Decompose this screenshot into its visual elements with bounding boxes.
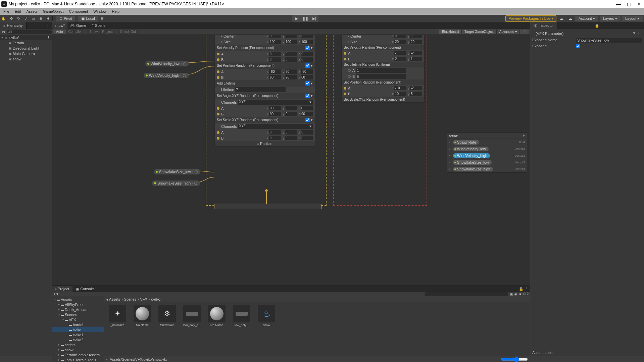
- input-port[interactable]: [217, 58, 219, 61]
- project-asset[interactable]: ♨ snow: [256, 305, 277, 327]
- field-y[interactable]: [285, 112, 297, 116]
- blackboard-button[interactable]: Blackboard: [439, 30, 461, 34]
- block-header[interactable]: Add Lifetime▾: [215, 80, 315, 87]
- collab-icon[interactable]: ☁: [558, 15, 565, 22]
- blackboard-item[interactable]: › SpawnRate float: [447, 139, 527, 146]
- menu-gameobject[interactable]: GameObject: [40, 9, 66, 13]
- input-port[interactable]: [344, 87, 346, 90]
- blackboard-item[interactable]: › SnowflakeSize_high Vector3: [447, 166, 527, 172]
- blackboard-item[interactable]: › SnowflakeSize_low Vector3: [447, 159, 527, 166]
- input-port[interactable]: [217, 53, 219, 55]
- project-folder[interactable]: ▸▬scripts: [52, 342, 104, 347]
- hidden-icon[interactable]: ∅2: [523, 292, 529, 296]
- close-icon[interactable]: ✕: [637, 1, 641, 7]
- hierarchy-item[interactable]: ▣Directional Light: [0, 46, 52, 51]
- menu-edit[interactable]: Edit: [12, 9, 24, 13]
- node-output-port[interactable]: [265, 189, 268, 192]
- auto-save-button[interactable]: Auto: [53, 30, 66, 34]
- project-asset[interactable]: ❄ Snowflake: [156, 305, 178, 327]
- hierarchy-item[interactable]: ▣Terrain: [0, 40, 52, 46]
- input-port[interactable]: [217, 70, 219, 73]
- menu-help[interactable]: Help: [109, 9, 122, 13]
- field-y[interactable]: [410, 92, 422, 96]
- field-z[interactable]: [301, 106, 313, 110]
- menu-assets[interactable]: Assets: [24, 9, 40, 13]
- blackboard-add-icon[interactable]: +: [523, 134, 525, 138]
- hierarchy-item[interactable]: ▣snow: [0, 56, 52, 62]
- project-folder[interactable]: ▬cviko1: [52, 332, 104, 337]
- snap-icon[interactable]: ⊞: [98, 15, 106, 22]
- hierarchy-scene[interactable]: ▾◈cviko* ⋮: [0, 35, 52, 40]
- field-z[interactable]: [301, 69, 313, 74]
- tab-game[interactable]: 🎮 Game: [67, 22, 89, 29]
- field-y[interactable]: [285, 136, 297, 140]
- input-port[interactable]: [344, 52, 346, 55]
- channels-dropdown[interactable]: XYZ ▾: [238, 124, 313, 129]
- field-y[interactable]: [410, 86, 422, 90]
- field-y[interactable]: [285, 57, 297, 62]
- blackboard-item[interactable]: › WindVelocity_low Vector3: [447, 146, 527, 152]
- thumbnail-size-slider[interactable]: [501, 357, 528, 362]
- cloud-icon[interactable]: ☁: [566, 15, 574, 22]
- input-port[interactable]: [217, 113, 219, 115]
- exposed-checkbox[interactable]: [576, 44, 580, 48]
- play-button[interactable]: ▶: [292, 15, 301, 22]
- field-x[interactable]: [394, 40, 406, 44]
- param-output-port[interactable]: [183, 62, 186, 65]
- checkout-button[interactable]: Check Out: [117, 30, 139, 34]
- transform-tool-icon[interactable]: ⊕: [37, 15, 44, 22]
- project-asset[interactable]: low_poly_s...: [181, 305, 203, 327]
- field-y[interactable]: [285, 75, 297, 80]
- input-port[interactable]: [217, 76, 219, 79]
- block-enabled-checkbox[interactable]: [305, 81, 310, 86]
- help-icon[interactable]: ?: [633, 32, 635, 36]
- tab-scene[interactable]: # Scene: [89, 22, 108, 29]
- param-pill[interactable]: SnowflakeSize_high‹: [152, 180, 200, 186]
- project-lock-icon[interactable]: 🔒: [519, 287, 524, 291]
- pause-button[interactable]: ❚❚: [301, 15, 310, 22]
- block-enabled-checkbox[interactable]: [305, 63, 310, 68]
- graph-menu-icon[interactable]: ⋮: [519, 30, 529, 34]
- field-x[interactable]: [269, 136, 281, 140]
- field-y[interactable]: [285, 52, 297, 56]
- minimize-icon[interactable]: —: [616, 1, 621, 7]
- param-output-port[interactable]: [194, 182, 197, 185]
- target-gameobject-button[interactable]: Target GameObject: [461, 30, 496, 34]
- step-button[interactable]: ▶|: [310, 15, 318, 22]
- field-x[interactable]: [269, 106, 281, 110]
- block-header[interactable]: Set Position Random (Per-component): [342, 80, 424, 85]
- field-y[interactable]: [410, 57, 422, 61]
- field-z[interactable]: [301, 52, 313, 56]
- field-z[interactable]: [301, 130, 313, 135]
- layers-dropdown[interactable]: Layers ▾: [600, 16, 621, 21]
- block-header[interactable]: Set Scale.XYZ Random (Per-component): [342, 97, 424, 102]
- field-x[interactable]: [394, 57, 406, 61]
- input-port[interactable]: [344, 58, 346, 60]
- graph-tab-menu-icon[interactable]: ⋮: [522, 23, 530, 28]
- field-value[interactable]: [356, 68, 406, 73]
- hierarchy-add-icon[interactable]: +▾: [1, 30, 5, 34]
- preview-packages-button[interactable]: Preview Packages in Use ▾: [505, 15, 556, 22]
- field-x[interactable]: [394, 51, 406, 55]
- block-enabled-checkbox[interactable]: [305, 94, 310, 98]
- block-enabled-checkbox[interactable]: [305, 118, 310, 122]
- maximize-icon[interactable]: ▢: [627, 1, 631, 7]
- project-asset[interactable]: low_poly...: [231, 305, 252, 327]
- hierarchy-search[interactable]: [7, 30, 52, 34]
- show-in-project-button[interactable]: Show in Project: [87, 30, 115, 34]
- field-value[interactable]: [235, 87, 286, 92]
- project-add-icon[interactable]: + ▾: [53, 292, 58, 296]
- project-asset[interactable]: No Name: [206, 305, 228, 327]
- field-z[interactable]: [301, 136, 313, 140]
- block-header[interactable]: Set Lifetime Random (Uniform): [342, 62, 424, 67]
- account-dropdown[interactable]: Account ▾: [575, 16, 598, 21]
- hierarchy-menu-icon[interactable]: ⋮: [44, 23, 52, 28]
- local-toggle[interactable]: ▣ Local: [78, 16, 98, 21]
- menu-file[interactable]: File: [1, 9, 12, 13]
- compile-button[interactable]: Compile: [66, 30, 84, 34]
- field-x[interactable]: [269, 112, 281, 116]
- field-z[interactable]: [301, 35, 313, 38]
- block-header[interactable]: Set Scale.XYZ Random (Per-component)▾: [215, 117, 315, 123]
- inspector-tab[interactable]: ⓘ Inspector: [530, 22, 557, 29]
- field-x[interactable]: [269, 40, 281, 44]
